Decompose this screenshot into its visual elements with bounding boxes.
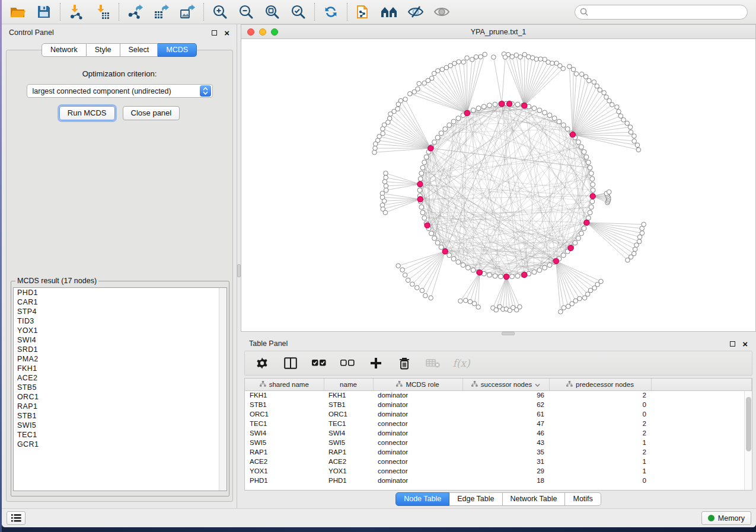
export-network-icon[interactable] — [126, 3, 144, 21]
select-all-columns-icon[interactable] — [311, 355, 327, 371]
mcds-dominator-node[interactable] — [506, 101, 512, 106]
first-neighbors-icon[interactable] — [381, 3, 398, 21]
network-node[interactable] — [447, 123, 452, 127]
network-node[interactable] — [479, 55, 483, 59]
toggle-column-panel-icon[interactable] — [283, 355, 298, 371]
network-node[interactable] — [439, 245, 444, 249]
network-node[interactable] — [492, 55, 496, 60]
network-node[interactable] — [381, 127, 385, 132]
network-node[interactable] — [476, 305, 481, 309]
network-node[interactable] — [579, 231, 583, 236]
network-node[interactable] — [607, 190, 611, 194]
network-node[interactable] — [595, 84, 599, 88]
network-node[interactable] — [562, 306, 566, 310]
column-header-successor-nodes[interactable]: successor nodes — [462, 379, 549, 390]
network-node[interactable] — [514, 53, 519, 57]
hide-selected-icon[interactable] — [407, 3, 425, 21]
network-node[interactable] — [576, 140, 580, 145]
mcds-result-item[interactable]: SWI5 — [14, 421, 227, 430]
network-node[interactable] — [582, 149, 586, 154]
mcds-dominator-node[interactable] — [503, 274, 509, 279]
table-row[interactable]: TEC1TEC1connector472 — [245, 419, 752, 428]
network-node[interactable] — [417, 81, 422, 86]
network-node[interactable] — [636, 148, 641, 152]
network-node[interactable] — [589, 204, 594, 209]
delete-column-icon[interactable] — [397, 355, 412, 371]
network-node[interactable] — [582, 296, 587, 300]
network-node[interactable] — [422, 160, 427, 165]
network-node[interactable] — [537, 108, 542, 113]
network-node[interactable] — [576, 236, 580, 241]
add-column-icon[interactable] — [368, 355, 384, 371]
network-node[interactable] — [633, 247, 637, 252]
network-node[interactable] — [400, 268, 405, 273]
network-node[interactable] — [632, 134, 637, 139]
delete-table-icon[interactable] — [425, 355, 441, 371]
network-node[interactable] — [557, 119, 562, 124]
network-node[interactable] — [429, 296, 433, 300]
network-node[interactable] — [579, 72, 584, 76]
network-graph-canvas[interactable] — [241, 39, 755, 331]
mcds-result-item[interactable]: TEC1 — [14, 430, 227, 440]
save-session-icon[interactable] — [35, 3, 53, 21]
network-node[interactable] — [412, 89, 417, 94]
network-node[interactable] — [579, 145, 583, 149]
tab-network[interactable]: Network — [42, 43, 87, 57]
network-node[interactable] — [610, 102, 614, 107]
network-node[interactable] — [483, 52, 487, 57]
column-header-shared-name[interactable]: shared name — [245, 379, 324, 390]
search-input[interactable] — [592, 8, 742, 16]
mcds-dominator-node[interactable] — [570, 132, 575, 137]
network-node[interactable] — [396, 264, 401, 268]
search-field[interactable] — [575, 5, 748, 20]
network-node[interactable] — [604, 95, 609, 100]
network-node[interactable] — [599, 279, 604, 284]
import-table-icon[interactable] — [94, 3, 111, 21]
network-node[interactable] — [471, 268, 476, 273]
network-node[interactable] — [590, 177, 595, 181]
network-node[interactable] — [447, 253, 452, 258]
network-node[interactable] — [468, 299, 473, 304]
network-node[interactable] — [474, 55, 479, 59]
mcds-dominator-node[interactable] — [464, 110, 470, 116]
network-node[interactable] — [465, 56, 470, 60]
network-node[interactable] — [435, 241, 440, 245]
network-node[interactable] — [559, 309, 563, 314]
tab-network-table[interactable]: Network Table — [503, 492, 566, 506]
network-node[interactable] — [373, 142, 378, 146]
network-node[interactable] — [481, 104, 486, 109]
network-node[interactable] — [625, 121, 630, 126]
network-node[interactable] — [640, 231, 645, 236]
network-node[interactable] — [615, 105, 620, 110]
network-node[interactable] — [565, 127, 570, 132]
mcds-dominator-node[interactable] — [477, 270, 482, 275]
tab-mcds[interactable]: MCDS — [158, 43, 197, 57]
mcds-result-item[interactable]: GCR1 — [14, 440, 227, 449]
network-node[interactable] — [487, 103, 492, 108]
network-node[interactable] — [586, 160, 591, 165]
network-node[interactable] — [373, 146, 378, 150]
network-node[interactable] — [498, 274, 503, 279]
network-node[interactable] — [642, 222, 646, 227]
mcds-result-item[interactable]: STB1 — [14, 411, 227, 421]
table-row[interactable]: STB1STB1dominator620 — [245, 400, 752, 409]
network-node[interactable] — [451, 257, 456, 261]
mcds-result-item[interactable]: PHD1 — [14, 288, 227, 297]
network-node[interactable] — [432, 236, 437, 241]
network-node[interactable] — [618, 114, 623, 118]
network-node[interactable] — [632, 139, 637, 143]
network-node[interactable] — [429, 231, 434, 236]
show-panel-menu-button[interactable] — [7, 511, 25, 525]
network-node[interactable] — [471, 108, 476, 113]
table-row[interactable]: SWI4SWI4dominator462 — [245, 428, 752, 438]
network-node[interactable] — [494, 307, 499, 312]
tab-motifs[interactable]: Motifs — [565, 492, 601, 506]
network-node[interactable] — [461, 262, 465, 267]
close-panel-icon[interactable]: × — [224, 30, 229, 36]
network-node[interactable] — [628, 125, 633, 130]
mcds-result-item[interactable]: RAP1 — [14, 402, 227, 411]
float-panel-icon[interactable] — [730, 341, 735, 347]
column-header-MCDS-role[interactable]: MCDS role — [373, 379, 462, 390]
network-node[interactable] — [458, 299, 463, 303]
mcds-result-item[interactable]: FKH1 — [14, 364, 227, 373]
